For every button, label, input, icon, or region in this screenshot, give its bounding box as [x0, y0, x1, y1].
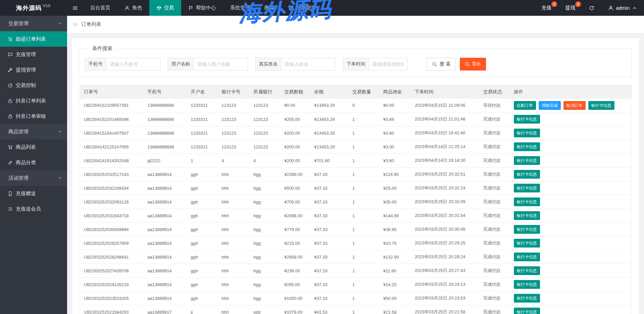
cell-phone: 13666666666 [144, 140, 187, 154]
username-input[interactable] [194, 58, 248, 70]
cell-card_no: 4 [218, 154, 250, 168]
cell-balance: ¥37.33 [310, 168, 348, 181]
column-header-status: 交易状态 [479, 85, 510, 99]
cell-account_name: ggh [187, 223, 218, 236]
action-bank-card-info-button[interactable]: 银行卡信息 [514, 170, 540, 179]
phone-input[interactable] [106, 58, 160, 70]
user-icon [608, 5, 613, 11]
sidebar-item-recharge-gift[interactable]: 充值赠送 [0, 186, 67, 201]
menu-toggle-button[interactable] [67, 0, 83, 16]
cell-card_no: hhh [218, 305, 250, 314]
cell-qty: 1 [348, 154, 379, 168]
sidebar-group-label: 商品管理 [8, 129, 29, 135]
nav-item-template-manage[interactable]: 模版管理 [281, 0, 323, 16]
cell-bank: 123123 [250, 99, 280, 113]
sidebar-group-activity-manage[interactable]: 活动管理 [0, 170, 67, 186]
action-bank-card-info-button[interactable]: 银行卡信息 [514, 294, 540, 303]
realname-input[interactable] [281, 58, 335, 70]
column-header-actions: 操作 [510, 85, 632, 99]
action-force-complete-button[interactable]: 强制完成 [539, 101, 561, 110]
sidebar: 交易管理助还订单列表充值管理提现管理交易控制抖音订单列表抖音订单审核商品管理商品… [0, 16, 67, 314]
cell-qty: 1 [348, 168, 379, 181]
user-menu[interactable]: admin [601, 0, 644, 16]
cell-order_no: UB2304152101469396 [80, 113, 144, 126]
column-header-commission: 商品佣金 [379, 85, 411, 99]
recharge-button[interactable]: 充值 0 [534, 0, 558, 16]
cell-commission: ¥21.58 [379, 305, 411, 314]
cell-time: 2023年04月15日 21:01:46 [411, 113, 479, 126]
gauge-icon [8, 83, 13, 88]
action-bank-card-info-button[interactable]: 银行卡信息 [514, 142, 540, 151]
cell-bank: hgg [250, 209, 280, 223]
nav-item-roles[interactable]: 角色 [117, 0, 149, 16]
cell-card_no: 123123 [218, 113, 250, 126]
sidebar-group-trade-manage[interactable]: 交易管理 [0, 16, 67, 31]
nav-item-trade[interactable]: 交易 [149, 0, 181, 16]
cell-card_no: hhh [218, 236, 250, 250]
action-cancel-order-button[interactable]: 取消订单 [564, 101, 586, 110]
nav-item-label: 商城 [264, 5, 274, 11]
cell-status: 完成付款 [479, 154, 510, 168]
action-bank-card-info-button[interactable]: 银行卡信息 [514, 308, 540, 314]
sidebar-item-goods-category[interactable]: 商品分类 [0, 155, 67, 170]
sidebar-item-trade-control[interactable]: 交易控制 [0, 78, 67, 93]
withdraw-badge: 0 [575, 1, 581, 7]
sidebar-item-repay-order-list[interactable]: 助还订单列表 [0, 31, 67, 47]
nav-item-mall[interactable]: 商城 [257, 0, 281, 16]
action-bank-card-info-button[interactable]: 银行卡信息 [514, 280, 540, 289]
cell-order_no: UB2303252031543718 [80, 209, 144, 223]
cell-qty: 1 [348, 126, 379, 140]
sidebar-item-withdraw-manage[interactable]: 提现管理 [0, 62, 67, 78]
cell-balance: ¥37.33 [310, 209, 348, 223]
cell-account_name: 1233321 [187, 113, 218, 126]
nav-item-help-center[interactable]: 帮助中心 [181, 0, 223, 16]
export-button[interactable]: 导出 [460, 58, 486, 71]
action-bank-card-info-button[interactable]: 银行卡信息 [514, 253, 540, 261]
sidebar-item-recharge-vip[interactable]: 充值送会员 [0, 201, 67, 217]
order-time-input[interactable] [369, 58, 407, 70]
action-bank-card-info-button[interactable]: 银行卡信息 [514, 115, 540, 124]
cell-card_no: hhh [218, 168, 250, 181]
action-bank-card-info-button[interactable]: 银行卡信息 [514, 129, 540, 137]
search-button[interactable]: 搜 索 [426, 58, 456, 71]
cell-status: 完成付款 [479, 291, 510, 305]
cell-status: 完成付款 [479, 168, 510, 181]
nav-item-home[interactable]: 后台首页 [83, 0, 117, 16]
refresh-button[interactable] [582, 0, 601, 16]
cell-amount: ¥1000.00 [280, 291, 310, 305]
action-bank-card-info-button[interactable]: 银行卡信息 [514, 184, 540, 192]
sidebar-item-douyin-order-audit[interactable]: 抖音订单审核 [0, 108, 67, 124]
sidebar-item-recharge-manage[interactable]: 充值管理 [0, 47, 67, 62]
action-bank-card-info-button[interactable]: 银行卡信息 [514, 197, 540, 206]
action-bank-card-info-button[interactable]: 银行卡信息 [514, 156, 540, 165]
sidebar-item-douyin-order-list[interactable]: 抖音订单列表 [0, 93, 67, 108]
table-row: UB23041515414075071366666666612333211231… [80, 126, 632, 140]
column-header-amount: 交易数额 [280, 85, 310, 99]
sidebar-group-goods-manage[interactable]: 商品管理 [0, 124, 67, 139]
cell-account_name: ggh [187, 168, 218, 181]
table-row: UB23041421251470651366666666612333211231… [80, 140, 632, 154]
page-title: 订单列表 [81, 21, 101, 28]
cell-balance: ¥37.33 [310, 181, 348, 195]
action-bank-card-info-button[interactable]: 银行卡信息 [514, 239, 540, 248]
nav-item-system-manage[interactable]: 系统管理 [223, 0, 257, 16]
cell-actions: 银行卡信息 [510, 181, 632, 195]
action-match-order-button[interactable]: 匹配订单 [514, 101, 536, 110]
action-bank-card-info-button[interactable]: 银行卡信息 [514, 266, 540, 275]
column-header-time: 下单时间 [411, 85, 479, 99]
cell-order_no: UB2304152109057391 [80, 99, 144, 113]
cell-status: 完成付款 [479, 209, 510, 223]
cell-qty: 1 [348, 305, 379, 314]
cell-status: 完成付款 [479, 195, 510, 209]
search-icon [432, 61, 437, 67]
cell-amount: ¥205.00 [280, 113, 310, 126]
action-bank-card-info-button[interactable]: 银行卡信息 [514, 225, 540, 234]
cell-commission: ¥3.60 [379, 154, 411, 168]
withdraw-button[interactable]: 提现 0 [558, 0, 582, 16]
action-bank-card-info-button[interactable]: 银行卡信息 [588, 101, 614, 110]
cell-qty: 1 [348, 113, 379, 126]
sidebar-item-goods-list[interactable]: 商品列表 [0, 139, 67, 155]
cell-actions: 银行卡信息 [510, 209, 632, 223]
action-bank-card-info-button[interactable]: 银行卡信息 [514, 211, 540, 220]
cell-commission: ¥3.69 [379, 113, 411, 126]
